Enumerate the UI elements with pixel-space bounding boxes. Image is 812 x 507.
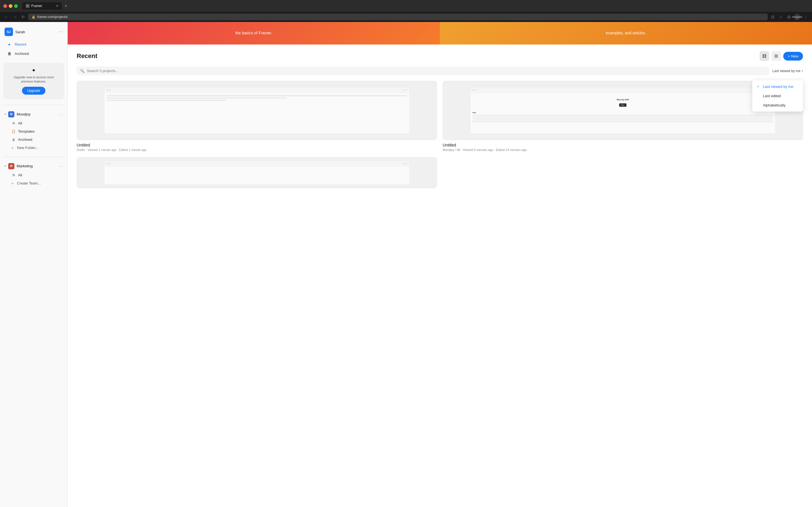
thumb-dot-10: [406, 163, 407, 164]
moodjoy-more-button[interactable]: ···: [59, 112, 63, 117]
workspace-marketing-header[interactable]: ▾ M Marketing ···: [0, 161, 67, 171]
project-info-2: Untitled Moodjoy / All · Viewed 6 minute…: [443, 143, 803, 152]
create-team-item[interactable]: + Create Team...: [2, 179, 65, 187]
sort-dropdown-menu: ✓ Last viewed by me Last edited Alphabet…: [752, 80, 803, 112]
project-info-1: Untitled Drafts · Viewed 1 minute ago · …: [77, 143, 437, 152]
sort-option-alphabetically[interactable]: Alphabetically: [752, 101, 803, 110]
grid-view-button[interactable]: [760, 51, 769, 61]
moodjoy-chevron-icon: ▾: [4, 113, 6, 116]
sidebar-item-archived[interactable]: 🗑 Archived: [2, 49, 65, 58]
recent-section: Recent: [68, 45, 812, 195]
cast-button[interactable]: ⊡: [770, 13, 776, 20]
thumb-dot-4: [406, 89, 407, 91]
create-team-icon: +: [10, 181, 15, 186]
project-meta-1: Drafts · Viewed 1 minute ago · Edited 1 …: [77, 148, 437, 152]
url-bar[interactable]: 🔒 framer.com/projects/: [28, 13, 768, 20]
thumb-faq-item-2: [472, 117, 773, 120]
thumb-dot-3: [403, 89, 405, 91]
sidebar: SJ Sarah ··· ● Recent 🗑 Archived ✦ Upgra…: [0, 22, 68, 507]
upgrade-icon: ✦: [8, 67, 59, 73]
list-icon: [774, 54, 778, 58]
search-icon: 🔍: [80, 69, 85, 73]
bookmark-button[interactable]: ☆: [778, 13, 784, 20]
thumb-header-1: [104, 87, 410, 93]
sort-option-alphabetically-label: Alphabetically: [763, 103, 785, 107]
traffic-lights: [3, 4, 18, 8]
thumb-dot-7: [107, 163, 108, 164]
forward-button[interactable]: →: [12, 13, 18, 20]
marketing-avatar: M: [8, 163, 14, 169]
app-layout: SJ Sarah ··· ● Recent 🗑 Archived ✦ Upgra…: [0, 22, 812, 507]
close-window-button[interactable]: [3, 4, 7, 8]
project-card-2[interactable]: Buy my stuff Buy FAQ Untitled: [443, 81, 803, 152]
project-meta-2: Moodjoy / All · Viewed 6 minutes ago · E…: [443, 148, 803, 152]
marketing-all-label: All: [18, 173, 22, 177]
project-thumbnail-3: [77, 157, 437, 188]
recent-header: Recent: [77, 51, 803, 61]
hero-banner-right-text: examples, and articles.: [606, 31, 646, 36]
svg-rect-1: [765, 54, 766, 56]
moodjoy-item-archived[interactable]: 🗑 Archived: [2, 136, 65, 144]
sidebar-item-recent-label: Recent: [15, 42, 26, 47]
new-project-button[interactable]: + New: [783, 52, 803, 61]
hero-banner-left[interactable]: the basics of Framer.: [68, 22, 440, 45]
moodjoy-name: Moodjoy: [17, 112, 57, 116]
sort-dropdown-trigger[interactable]: Last viewed by me ▾ ✓ Last viewed by me …: [772, 69, 803, 73]
marketing-item-all[interactable]: ⊞ All: [2, 171, 65, 179]
sort-chevron-icon: ▾: [802, 69, 803, 72]
create-team-label: Create Team...: [17, 181, 41, 185]
thumb-faq-item-3: [472, 120, 773, 122]
sort-option-last-edited[interactable]: Last edited: [752, 91, 803, 101]
thumb-line-1: [107, 95, 407, 96]
list-view-button[interactable]: [771, 51, 781, 61]
tab-close-button[interactable]: ✕: [56, 4, 58, 8]
svg-rect-2: [763, 56, 764, 58]
project-card-1[interactable]: Untitled Drafts · Viewed 1 minute ago · …: [77, 81, 437, 152]
thumb-line-3: [107, 100, 227, 101]
search-input[interactable]: [87, 69, 766, 73]
incognito-label: Incognito: [792, 15, 802, 18]
marketing-items: ⊞ All + Create Team...: [0, 171, 67, 190]
hero-banner-right[interactable]: examples, and articles.: [440, 22, 812, 45]
project-thumbnail-1: [77, 81, 437, 140]
recent-controls: + New: [760, 51, 803, 61]
reload-button[interactable]: ↻: [20, 13, 26, 20]
moodjoy-all-label: All: [18, 121, 22, 125]
main-content: the basics of Framer. examples, and arti…: [68, 22, 812, 507]
upgrade-button[interactable]: Upgrade: [22, 87, 45, 95]
workspace-moodjoy-header[interactable]: ▾ M Moodjoy ···: [0, 110, 67, 119]
minimize-window-button[interactable]: [9, 4, 12, 8]
recent-icon: ●: [7, 42, 12, 47]
marketing-all-icon: ⊞: [11, 173, 16, 177]
profile-badge[interactable]: Incognito: [794, 14, 800, 20]
project-thumbnail-inner-1: [104, 87, 410, 134]
tab-favicon: F: [26, 4, 30, 8]
sidebar-divider-2: [3, 157, 64, 157]
user-more-button[interactable]: ···: [59, 29, 63, 34]
moodjoy-item-all[interactable]: ⊞ All: [2, 119, 65, 127]
sidebar-item-archived-label: Archived: [15, 52, 29, 56]
thumb-header-3: [104, 161, 410, 166]
sort-option-last-viewed[interactable]: ✓ Last viewed by me: [752, 82, 803, 91]
moodjoy-archived-label: Archived: [18, 137, 33, 142]
grid-icon: [762, 54, 766, 58]
fullscreen-window-button[interactable]: [14, 4, 18, 8]
sidebar-nav-section: ● Recent 🗑 Archived: [0, 38, 67, 59]
archived-icon: 🗑: [7, 51, 12, 56]
thumb-content-1: [104, 93, 410, 104]
sidebar-item-recent[interactable]: ● Recent: [2, 40, 65, 49]
project-card-3[interactable]: [77, 157, 437, 188]
active-tab[interactable]: F Framer ✕: [22, 2, 62, 10]
project-thumbnail-2: Buy my stuff Buy FAQ: [443, 81, 803, 140]
thumb-content-2: Buy my stuff Buy FAQ: [470, 93, 776, 125]
thumb-buy-stuff: Buy my stuff Buy: [472, 95, 773, 110]
templates-icon: 📋: [11, 129, 16, 134]
back-button[interactable]: ←: [3, 13, 10, 20]
split-view-button[interactable]: ⊟: [786, 13, 792, 20]
new-tab-button[interactable]: +: [63, 2, 69, 10]
menu-button[interactable]: ⋮: [802, 13, 809, 20]
moodjoy-new-folder[interactable]: + New Folder...: [2, 144, 65, 152]
upgrade-card: ✦ Upgrade now to access more premium fea…: [3, 63, 64, 99]
moodjoy-item-templates[interactable]: 📋 Templates: [2, 128, 65, 135]
marketing-more-button[interactable]: ···: [59, 164, 63, 168]
